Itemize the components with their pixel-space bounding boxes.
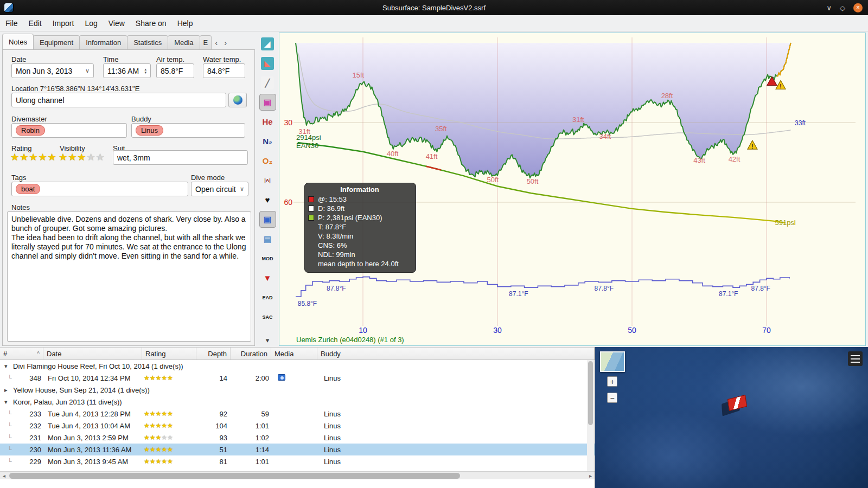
heartrate-icon[interactable]: ♥ [259, 191, 276, 208]
menu-edit[interactable]: Edit [28, 17, 43, 29]
dive-row-233[interactable]: └233Tue Jun 4, 2013 12:28 PM★★★★★9259Lin… [0, 408, 595, 420]
vscroll-thumb[interactable] [588, 361, 593, 425]
divemaster-tag[interactable]: Robin [16, 125, 45, 136]
trip-row[interactable]: ▾Divi Flamingo House Reef, Fri Oct 10, 2… [0, 360, 595, 372]
map-menu-icon[interactable] [848, 351, 863, 366]
trip-row[interactable]: ▸Yellow House, Sun Sep 21, 2014 (1 dive(… [0, 384, 595, 396]
notes-textarea[interactable]: Unbelievable dive. Dozens and dozens of … [7, 211, 251, 342]
star-empty-icon: ★ [167, 434, 173, 441]
menu-import[interactable]: Import [52, 17, 75, 29]
media-photo-icon[interactable] [278, 374, 285, 381]
suit-input[interactable]: wet, 3mm [113, 150, 248, 165]
tab-equipment[interactable]: Equipment [33, 35, 80, 49]
svg-text:30: 30 [284, 118, 292, 127]
dc-ceiling-icon[interactable]: ◣ [259, 55, 276, 72]
visibility-label: Visibility [60, 144, 85, 152]
minimize-icon[interactable]: ∨ [826, 4, 832, 11]
tab-notes[interactable]: Notes [2, 34, 34, 49]
time-spinner-icon[interactable]: ▴▾ [144, 68, 146, 74]
sac-icon[interactable]: SAC [259, 309, 276, 325]
dive-row-229[interactable]: └229Mon Jun 3, 2013 9:45 AM★★★★★811:01Li… [0, 455, 595, 467]
dive-row-348[interactable]: └348Fri Oct 10, 2014 12:34 PM★★★★★142:00… [0, 372, 595, 384]
oxygen-graph-icon[interactable]: O₂ [259, 152, 276, 169]
profile-scale-icon[interactable]: ◢ [259, 35, 276, 52]
column-header-buddy[interactable]: Buddy [317, 348, 595, 359]
tab-scroll-right-icon[interactable]: › [221, 37, 229, 47]
svg-text:591psi: 591psi [775, 219, 795, 227]
tab-scroll-left-icon[interactable]: ‹ [212, 37, 220, 47]
time-input[interactable]: 11:36 AM ▴▾ [103, 63, 151, 78]
column-header-date[interactable]: Date [43, 348, 142, 359]
watertemp-label: Water temp. [203, 55, 241, 63]
divemaster-input[interactable]: Robin [11, 123, 127, 138]
svg-text:!: ! [780, 84, 781, 89]
tab-e[interactable]: E [200, 35, 212, 49]
star-empty-icon: ★ [86, 152, 95, 162]
hscroll-thumb[interactable] [9, 473, 460, 479]
visibility-stars[interactable]: ★★★★★ [59, 152, 105, 162]
star-filled-icon: ★ [29, 152, 37, 162]
oxygen-graph-icon: O₂ [263, 156, 272, 165]
dive-list-vscrollbar[interactable] [587, 360, 594, 471]
collapse-icon[interactable]: ▾ [4, 363, 10, 370]
show-pictures-icon[interactable]: ▣ [259, 94, 276, 111]
close-icon[interactable]: × [853, 3, 863, 12]
tags-input[interactable]: boat [11, 182, 188, 196]
dive-row-232[interactable]: └232Tue Jun 4, 2013 10:04 AM★★★★★1041:01… [0, 420, 595, 432]
expand-icon[interactable]: ▸ [4, 387, 10, 394]
ead-icon[interactable]: EAD [259, 289, 276, 306]
column-header-duration[interactable]: Duration [231, 348, 271, 359]
watertemp-input[interactable]: 84.8°F [203, 63, 245, 78]
photos-overlay-icon[interactable]: ▣ [259, 211, 276, 228]
column-header-media[interactable]: Media [271, 348, 317, 359]
date-select[interactable]: Mon Jun 3, 2013 ∨ [11, 63, 94, 78]
map-zoom-out-button[interactable]: − [607, 393, 617, 403]
dive-row-230[interactable]: └230Mon Jun 3, 2013 11:36 AM★★★★★511:14L… [0, 444, 595, 455]
menu-log[interactable]: Log [84, 17, 98, 29]
map-location-button[interactable] [228, 93, 247, 107]
column-header-depth[interactable]: Depth [196, 348, 231, 359]
menu-file[interactable]: File [4, 17, 19, 29]
column-header-num[interactable]: #^ [0, 348, 43, 359]
collapse-icon[interactable]: ▾ [4, 399, 10, 406]
ruler-icon[interactable]: ╱ [259, 74, 276, 91]
dive-row-231[interactable]: └231Mon Jun 3, 2013 2:59 PM★★★★★931:02Li… [0, 432, 595, 444]
trip-row[interactable]: ▾Koror, Palau, Jun 2013 (11 dive(s)) [0, 396, 595, 408]
dive-duration: 1:02 [231, 434, 271, 442]
hscroll-track[interactable] [8, 472, 586, 479]
svg-text:50ft: 50ft [487, 176, 499, 184]
nitrogen-graph-icon[interactable]: N₂ [259, 133, 276, 150]
tag-pill[interactable]: boat [16, 184, 40, 194]
watertemp-value: 84.8°F [207, 67, 229, 75]
airtemp-input[interactable]: 85.8°F [156, 63, 194, 78]
map-zoom-in-button[interactable]: + [607, 376, 617, 387]
dive-computer-icon[interactable]: ▤ [259, 230, 276, 247]
ndl-icon[interactable]: ▼ [259, 269, 276, 286]
rating-stars[interactable]: ★★★★★ [10, 152, 56, 162]
dive-site-flag-marker[interactable] [726, 397, 746, 411]
mod-icon[interactable]: MOD [259, 250, 276, 267]
helium-graph-icon[interactable]: He [259, 113, 276, 130]
svg-text:60: 60 [284, 198, 292, 207]
tab-statistics[interactable]: Statistics [127, 35, 168, 49]
divemode-select[interactable]: Open circuit ∨ [191, 182, 248, 196]
tab-media[interactable]: Media [168, 35, 200, 49]
tissues-icon[interactable]: |A| [259, 172, 276, 189]
scroll-right-icon[interactable]: ▸ [586, 473, 595, 479]
menu-view[interactable]: View [107, 17, 126, 29]
dive-list-hscrollbar[interactable]: ◂ ▸ [0, 471, 595, 479]
toolbar-scroll-down-icon[interactable]: ▾ [259, 335, 276, 345]
scroll-left-icon[interactable]: ◂ [0, 473, 8, 479]
buddy-tag[interactable]: Linus [136, 125, 163, 136]
maximize-icon[interactable]: ◇ [840, 4, 845, 11]
menu-help[interactable]: Help [176, 17, 194, 29]
titlebar: Subsurface: SampleDivesV2.ssrf ∨ ◇ × [0, 0, 868, 15]
tab-information[interactable]: Information [79, 35, 127, 49]
location-input[interactable]: Ulong channel [11, 93, 226, 107]
column-header-rating[interactable]: Rating [142, 348, 196, 359]
trip-label: Divi Flamingo House Reef, Fri Oct 10, 20… [13, 362, 183, 370]
trip-label: Yellow House, Sun Sep 21, 2014 (1 dive(s… [13, 386, 150, 394]
buddy-input[interactable]: Linus [131, 123, 245, 138]
minimap-inset[interactable] [600, 351, 625, 372]
menu-share-on[interactable]: Share on [135, 17, 168, 29]
